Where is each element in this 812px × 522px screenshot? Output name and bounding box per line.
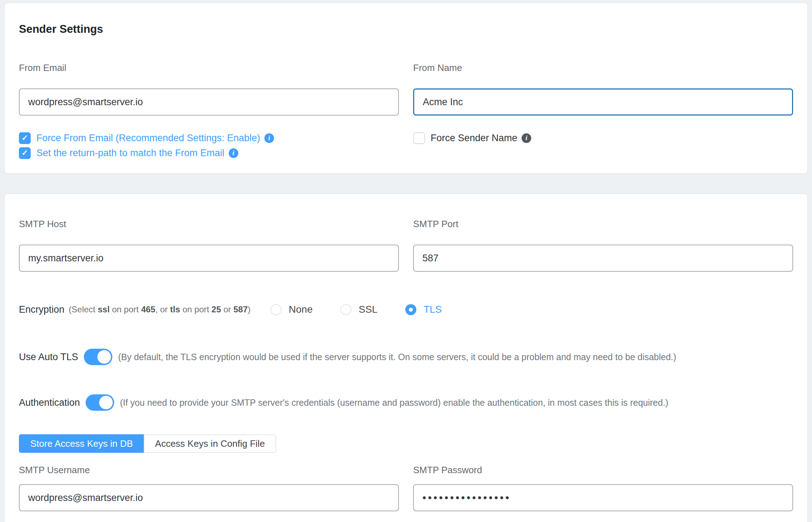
- check-icon: ✓: [21, 134, 28, 142]
- smtp-password-input[interactable]: [413, 484, 793, 511]
- radio-icon[interactable]: [270, 304, 281, 315]
- authentication-row: Authentication (If you need to provide y…: [19, 394, 793, 411]
- auto-tls-label: Use Auto TLS: [19, 352, 78, 363]
- smtp-host-input[interactable]: [19, 245, 399, 272]
- force-sender-name-checkbox[interactable]: ✓: [413, 132, 425, 144]
- info-icon[interactable]: i: [522, 133, 531, 143]
- encryption-option-ssl-label[interactable]: SSL: [359, 304, 377, 315]
- smtp-port-label: SMTP Port: [413, 219, 793, 229]
- sender-settings-card: Sender Settings From Email ✓ Force From …: [4, 3, 808, 174]
- from-name-input[interactable]: [413, 88, 793, 116]
- smtp-settings-card: SMTP Host SMTP Port Encryption (Select s…: [4, 194, 808, 522]
- smtp-username-input[interactable]: [19, 484, 399, 511]
- smtp-port-input[interactable]: [413, 245, 793, 272]
- return-path-label[interactable]: Set the return-path to match the From Em…: [36, 147, 224, 159]
- radio-icon[interactable]: [340, 304, 351, 315]
- auto-tls-description: (By default, the TLS encryption would be…: [118, 352, 676, 362]
- from-email-input[interactable]: [19, 88, 399, 116]
- smtp-host-label: SMTP Host: [19, 219, 399, 229]
- toggle-knob: [97, 350, 111, 364]
- smtp-password-label: SMTP Password: [413, 465, 793, 475]
- tab-store-keys-in-db[interactable]: Store Access Keys in DB: [19, 434, 144, 453]
- force-sender-name-row: ✓ Force Sender Name i: [413, 132, 793, 144]
- from-email-options: ✓ Force From Email (Recommended Settings…: [19, 132, 399, 159]
- encryption-option-ssl[interactable]: SSL: [340, 304, 377, 315]
- force-from-email-row: ✓ Force From Email (Recommended Settings…: [19, 132, 399, 144]
- force-sender-name-label[interactable]: Force Sender Name: [431, 132, 517, 144]
- toggle-knob: [99, 396, 113, 409]
- return-path-checkbox[interactable]: ✓: [19, 147, 31, 159]
- encryption-options: None SSL TLS: [270, 304, 442, 315]
- from-email-label: From Email: [19, 63, 399, 73]
- force-from-email-label[interactable]: Force From Email (Recommended Settings: …: [36, 132, 260, 144]
- encryption-option-none-label[interactable]: None: [289, 304, 313, 315]
- return-path-row: ✓ Set the return-path to match the From …: [19, 147, 399, 159]
- encryption-hint: (Select ssl on port 465, or tls on port …: [69, 304, 251, 314]
- auto-tls-toggle[interactable]: [84, 349, 112, 365]
- encryption-option-none[interactable]: None: [270, 304, 313, 315]
- encryption-row: Encryption (Select ssl on port 465, or t…: [19, 304, 793, 315]
- tab-access-keys-in-config-file[interactable]: Access Keys in Config File: [144, 434, 276, 453]
- info-icon[interactable]: i: [264, 133, 274, 143]
- encryption-option-tls-label[interactable]: TLS: [423, 304, 442, 315]
- smtp-username-label: SMTP Username: [19, 465, 399, 475]
- check-icon: ✓: [21, 149, 28, 157]
- key-storage-tabs: Store Access Keys in DB Access Keys in C…: [19, 434, 793, 453]
- force-from-email-checkbox[interactable]: ✓: [19, 132, 31, 144]
- auto-tls-row: Use Auto TLS (By default, the TLS encryp…: [19, 349, 793, 365]
- from-name-options: ✓ Force Sender Name i: [413, 132, 793, 144]
- from-name-label: From Name: [413, 63, 793, 73]
- encryption-label: Encryption: [19, 304, 65, 315]
- radio-icon[interactable]: [405, 304, 416, 315]
- info-icon[interactable]: i: [229, 148, 238, 158]
- authentication-label: Authentication: [19, 397, 80, 408]
- authentication-toggle[interactable]: [86, 394, 114, 411]
- sender-settings-title: Sender Settings: [19, 23, 793, 35]
- authentication-description: (If you need to provide your SMTP server…: [120, 398, 668, 408]
- encryption-option-tls[interactable]: TLS: [405, 304, 442, 315]
